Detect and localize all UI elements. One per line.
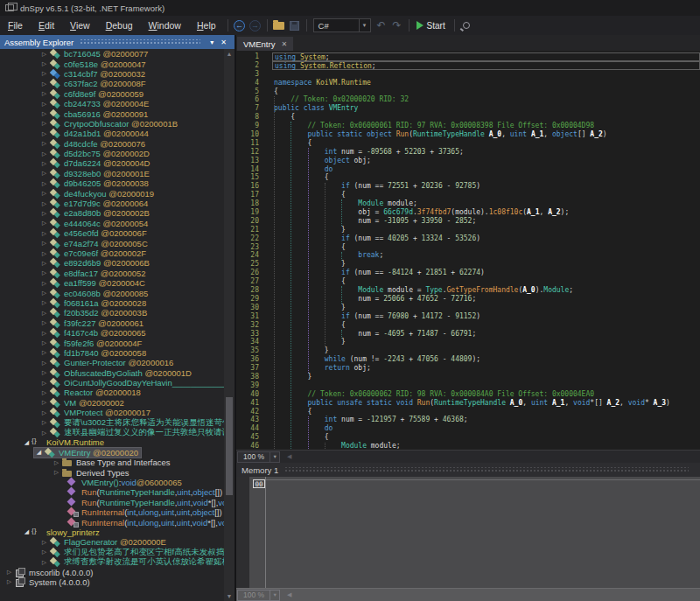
tree-row[interactable]: ▷c0fe518e @02000047 [0,59,224,68]
expander-icon[interactable]: ◢ [22,439,32,446]
expander-icon[interactable]: ▷ [39,160,49,167]
hscroll-left-icon[interactable]: ◀ [287,591,291,598]
tree-row[interactable]: ▷cba56916 @02000091 [0,108,224,118]
scrollbar-thumb[interactable] [226,397,233,495]
tree-row[interactable]: ▷de4fuckyou @02000019 [0,188,224,198]
tree-row[interactable]: Run(RuntimeTypeHandle, uint, object[]) :… [0,487,224,497]
expander-icon[interactable]: ▷ [39,240,49,247]
tree-row[interactable]: ▷f59fe2f6 @0200004F [0,338,224,347]
tree-row[interactable]: ▷e74a2f74 @0200005C [0,238,224,248]
expander-icon[interactable]: ▷ [39,170,49,177]
tree-row[interactable]: ◢slowy_printerz [0,528,224,537]
tree-row[interactable]: ▷mscorlib (4.0.0.0) [0,567,224,577]
expander-icon[interactable]: ▷ [39,70,49,77]
expander-icon[interactable]: ▷ [39,330,49,337]
tree-row[interactable]: ▷OiCuntJollyGoodDayYeHavin______________… [0,378,224,388]
tree-row[interactable]: RunInternal(int, ulong, uint, uint, obje… [0,507,224,517]
expander-icon[interactable]: ◢ [34,449,44,456]
panel-menu-chevron-icon[interactable]: ▾ [206,38,217,46]
expander-icon[interactable]: ▷ [39,120,49,127]
expander-icon[interactable]: ▷ [39,90,49,97]
menu-help[interactable]: Help [189,17,224,33]
tree-row[interactable]: ▷Reactor @02000018 [0,388,224,397]
expander-icon[interactable]: ▷ [39,539,49,546]
tree-row[interactable]: ▷VM @02000002 [0,398,224,408]
tree-row[interactable]: ▷fd1b7840 @02000058 [0,348,224,358]
menu-debug[interactable]: Debug [98,17,141,33]
expander-icon[interactable]: ▷ [39,269,49,276]
expander-icon[interactable]: ▷ [39,60,49,67]
tree-row[interactable]: ▷ec04608b @02000085 [0,288,224,297]
expander-icon[interactable]: ▷ [39,180,49,187]
expander-icon[interactable]: ▷ [39,339,49,346]
navigate-back-button[interactable]: ← [232,17,248,33]
tree-row[interactable]: ▷e2a8d80b @0200002B [0,208,224,218]
expander-icon[interactable]: ▷ [39,559,49,566]
memory-zoom-combobox[interactable]: 100 % ▼ [237,590,280,601]
expander-icon[interactable]: ▷ [39,299,49,306]
assembly-explorer-header[interactable]: Assembly Explorer ▾ ✕ [0,35,234,49]
expander-icon[interactable]: ▷ [39,319,49,326]
tree-row[interactable]: ▷Gunter-Protector @02000016 [0,358,224,367]
expander-icon[interactable]: ▷ [39,360,49,367]
memory-panel-header[interactable]: Memory 1 [236,463,700,477]
expander-icon[interactable]: ▷ [39,419,49,426]
tree-row[interactable]: ▷e17d7d9c @02000064 [0,199,224,208]
tree-row[interactable]: ▷d9b46205 @02000038 [0,178,224,188]
tree-row[interactable]: ▷e7c09e6f @0200002F [0,248,224,258]
tree-row[interactable]: ▷f068161a @02000028 [0,298,224,308]
expander-icon[interactable]: ▷ [39,210,49,217]
expander-icon[interactable]: ▷ [39,549,49,556]
menu-edit[interactable]: Edit [31,17,62,33]
tree-row[interactable]: ▷d7da6224 @0200004D [0,158,224,168]
expander-icon[interactable]: ▷ [39,409,49,416]
menu-file[interactable]: File [0,17,31,33]
hscroll-left-icon[interactable]: ◀ [287,453,291,460]
expander-icon[interactable]: ▷ [39,399,49,406]
chevron-down-icon[interactable]: ▼ [270,452,279,462]
expander-icon[interactable]: ▷ [39,430,49,437]
tree-row[interactable]: ▷e444064c @02000054 [0,219,224,228]
scroll-up-icon[interactable]: ▲ [224,49,234,59]
tree-row[interactable]: ▷bc716045 @02000077 [0,49,224,59]
tree-row[interactable]: ▷CrytpoObfuscator @0200001B [0,119,224,129]
expander-icon[interactable]: ▷ [39,101,49,108]
chevron-down-icon[interactable]: ▼ [270,591,279,600]
tree-row[interactable]: ▷e892d6b9 @0200006B [0,258,224,268]
tree-row[interactable]: ▷System (4.0.0.0) [0,577,224,587]
redo-button[interactable]: ↷ [389,17,405,33]
tree-row[interactable]: ◢VMEntry @02000020 [0,448,224,458]
memory-selected-byte[interactable]: 00 [253,479,265,488]
expander-icon[interactable]: ▷ [39,220,49,227]
tree-row[interactable]: ▷Derived Types [0,467,224,477]
tree-row[interactable]: ▷d5d2bc75 @0200002D [0,149,224,158]
tab-close-icon[interactable]: ✕ [281,40,287,48]
tree-row[interactable]: ▷cb244733 @0200004E [0,99,224,108]
scroll-down-icon[interactable]: ▼ [224,591,234,601]
expander-icon[interactable]: ▷ [39,230,49,237]
search-assemblies-button[interactable] [458,17,474,33]
expander-icon[interactable]: ▷ [39,369,49,376]
language-combobox[interactable]: C# ▼ [313,18,371,32]
tree-row[interactable]: ▷c314cbf7 @02000032 [0,69,224,79]
expander-icon[interactable]: ▷ [39,349,49,356]
tree-row[interactable]: Run(RuntimeTypeHandle, uint, void*[], vo… [0,498,224,507]
expander-icon[interactable]: ▷ [52,459,61,466]
editor-zoom-combobox[interactable]: 100 % ▼ [237,451,280,463]
tree-row[interactable]: ▷c6fd8e9f @02000059 [0,89,224,99]
expander-icon[interactable]: ▷ [39,280,49,287]
tree-row[interactable]: ▷f39fc227 @02000061 [0,318,224,328]
expander-icon[interactable]: ▷ [39,310,49,317]
expander-icon[interactable]: ▷ [39,130,49,137]
code-editor[interactable]: 1using System;2using System.Reflection;3… [236,51,700,450]
start-debug-button[interactable]: Start [413,17,451,33]
expander-icon[interactable]: ◢ [22,528,32,535]
expander-icon[interactable]: ▷ [39,51,49,58]
menu-view[interactable]: View [62,17,98,33]
expander-icon[interactable]: ▷ [39,150,49,157]
undo-button[interactable]: ↶ [374,17,389,33]
tree-scrollbar[interactable]: ▲ ▼ [224,49,234,601]
expander-icon[interactable]: ▷ [39,140,49,147]
expander-icon[interactable]: ▷ [39,389,49,396]
expander-icon[interactable]: ▷ [39,380,49,387]
